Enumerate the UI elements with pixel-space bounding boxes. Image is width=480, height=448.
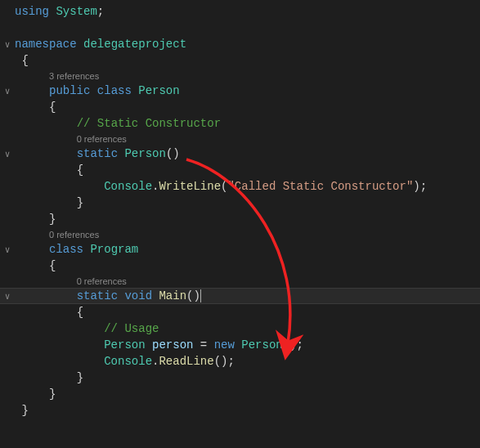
brace: { — [21, 54, 28, 67]
comment: // Static Constructor — [77, 117, 221, 130]
code-line[interactable]: { — [0, 52, 480, 69]
keyword: void — [124, 289, 152, 302]
codelens[interactable]: 3 references — [0, 69, 480, 83]
paren: ) — [193, 289, 200, 302]
references-link[interactable]: 0 references — [77, 276, 127, 286]
fold-chevron-icon[interactable]: ∨ — [0, 149, 15, 159]
code-line[interactable]: ∨ namespace delegateproject — [0, 36, 480, 52]
code-line[interactable] — [0, 20, 480, 36]
codelens[interactable]: 0 references — [0, 132, 480, 146]
fold-chevron-icon[interactable]: ∨ — [0, 86, 15, 96]
namespace: delegateproject — [83, 38, 186, 51]
fold-chevron-icon[interactable]: ∨ — [0, 291, 15, 302]
method: ReadLine — [159, 355, 213, 368]
type: System — [56, 5, 96, 18]
brace: { — [49, 101, 56, 114]
keyword: static — [77, 147, 118, 160]
fold-chevron-icon[interactable]: ∨ — [0, 39, 15, 50]
active-code-line[interactable]: ∨ static void Main() — [0, 288, 480, 304]
code-line[interactable]: Person person = new Person(); — [0, 337, 480, 353]
brace: } — [77, 371, 83, 384]
code-line[interactable]: ∨ public class Person — [0, 83, 480, 99]
code-line[interactable]: } — [0, 195, 480, 211]
brace: { — [77, 164, 83, 177]
type: Console — [104, 180, 152, 193]
references-link[interactable]: 3 references — [49, 71, 99, 81]
keyword: public — [49, 84, 90, 97]
code-line[interactable]: { — [0, 258, 480, 274]
paren: ) — [413, 180, 419, 193]
constructor: Person — [124, 147, 165, 160]
code-line[interactable]: { — [0, 162, 480, 178]
brace: { — [77, 306, 83, 319]
method: Main — [159, 289, 186, 302]
code-line[interactable]: // Usage — [0, 320, 480, 337]
punct: ; — [297, 338, 303, 352]
brace: } — [21, 404, 28, 417]
keyword: static — [77, 289, 118, 302]
keyword: namespace — [15, 38, 77, 51]
paren: ) — [289, 338, 296, 352]
string: "Called Static Constructor" — [227, 180, 413, 193]
brace: } — [77, 196, 83, 209]
punct: ; — [97, 5, 104, 18]
type: Person — [241, 338, 282, 352]
paren: ( — [214, 355, 221, 368]
type: Person — [104, 338, 145, 352]
references-link[interactable]: 0 references — [77, 134, 127, 144]
punct: ; — [420, 180, 427, 193]
type: Console — [104, 355, 152, 368]
variable: person — [152, 338, 193, 352]
code-line[interactable]: } — [0, 211, 480, 227]
paren: ( — [283, 338, 289, 352]
references-link[interactable]: 0 references — [49, 230, 99, 240]
text-cursor-icon — [200, 289, 201, 302]
brace: } — [49, 213, 56, 226]
code-line[interactable]: ∨ static Person() — [0, 146, 480, 162]
keyword: new — [214, 338, 235, 352]
code-line[interactable]: // Static Constructor — [0, 115, 480, 132]
code-line[interactable]: ∨ class Program — [0, 241, 480, 258]
code-line[interactable]: using System; — [0, 3, 480, 20]
keyword: class — [49, 243, 83, 256]
paren: ) — [173, 147, 179, 160]
code-line[interactable]: { — [0, 99, 480, 115]
brace: } — [49, 388, 56, 401]
op: = — [193, 338, 213, 352]
comment: // Usage — [104, 322, 159, 335]
code-line[interactable]: Console.WriteLine("Called Static Constru… — [0, 178, 480, 195]
brace: { — [49, 259, 56, 272]
punct: ; — [227, 355, 234, 368]
code-line[interactable]: { — [0, 304, 480, 320]
fold-chevron-icon[interactable]: ∨ — [0, 244, 15, 255]
codelens[interactable]: 0 references — [0, 274, 480, 288]
type: Person — [138, 84, 179, 97]
code-line[interactable]: } — [0, 370, 480, 386]
code-editor[interactable]: using System; ∨ namespace delegateprojec… — [0, 0, 480, 419]
code-line[interactable]: Console.ReadLine(); — [0, 353, 480, 370]
code-line[interactable]: } — [0, 402, 480, 419]
codelens[interactable]: 0 references — [0, 227, 480, 241]
keyword: using — [15, 5, 49, 18]
type: Program — [90, 243, 138, 256]
method: WriteLine — [159, 180, 221, 193]
keyword: class — [97, 84, 132, 97]
code-line[interactable]: } — [0, 386, 480, 402]
